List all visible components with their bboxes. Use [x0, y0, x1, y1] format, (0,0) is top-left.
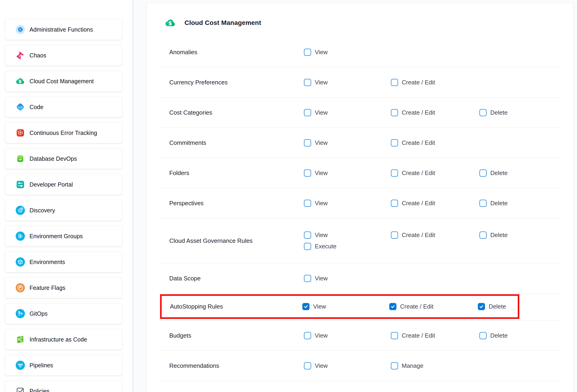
- permission-delete[interactable]: Delete: [478, 303, 518, 310]
- permissions-card: $ Cloud Cost Management AnomaliesViewCur…: [147, 3, 573, 392]
- permission-create-edit[interactable]: Create / Edit: [391, 200, 479, 207]
- permission-label: Create / Edit: [402, 170, 435, 177]
- permission-create-edit[interactable]: Create / Edit: [391, 332, 479, 339]
- permission-create-edit[interactable]: Create / Edit: [389, 303, 478, 310]
- permission-line: ViewCreate / EditDelete: [304, 170, 560, 177]
- sidebar-item-infrastructure-as-code[interactable]: Infrastructure as Code: [5, 329, 122, 350]
- permission-label: Create / Edit: [402, 139, 435, 146]
- checkbox-delete-unchecked[interactable]: [479, 200, 487, 207]
- sidebar-item-environments[interactable]: Environments: [5, 251, 122, 272]
- checkbox-delete-unchecked[interactable]: [479, 232, 487, 239]
- checkbox-execute-unchecked[interactable]: [304, 243, 311, 250]
- permission-row-recommendations: RecommendationsViewManage: [160, 351, 560, 381]
- permission-view[interactable]: View: [304, 232, 391, 239]
- env-groups-icon: [16, 232, 25, 241]
- sidebar-item-continuous-error-tracking[interactable]: Continuous Error Tracking: [5, 122, 122, 143]
- permission-line: ViewCreate / EditDelete: [304, 332, 560, 339]
- permission-create-edit[interactable]: Create / Edit: [391, 79, 479, 86]
- checkbox-view-unchecked[interactable]: [304, 275, 311, 282]
- chaos-icon: [16, 51, 25, 60]
- permission-row-budgets: BudgetsViewCreate / EditDelete: [160, 321, 560, 351]
- checkbox-view-unchecked[interactable]: [304, 332, 311, 339]
- permission-create-edit[interactable]: Create / Edit: [391, 139, 479, 146]
- main-pane: $ Cloud Cost Management AnomaliesViewCur…: [133, 0, 577, 392]
- sidebar-item-policies[interactable]: Policies: [5, 381, 122, 392]
- sidebar-item-chaos[interactable]: Chaos: [5, 45, 122, 66]
- portal-icon: [16, 180, 25, 189]
- permission-view[interactable]: View: [304, 200, 391, 207]
- permission-delete[interactable]: Delete: [479, 170, 560, 177]
- checkbox-create-edit-unchecked[interactable]: [391, 332, 398, 339]
- permission-view[interactable]: View: [304, 79, 391, 86]
- permission-label: Delete: [490, 170, 507, 177]
- permission-label: View: [315, 49, 328, 56]
- permission-view[interactable]: View: [304, 109, 391, 116]
- checkbox-delete-unchecked[interactable]: [479, 332, 487, 339]
- checkbox-manage-unchecked[interactable]: [391, 362, 398, 369]
- sidebar-item-administrative-functions[interactable]: Administrative Functions: [5, 19, 122, 40]
- permission-label: View: [315, 332, 328, 339]
- permission-view[interactable]: View: [302, 303, 389, 310]
- sidebar-item-discovery[interactable]: Discovery: [5, 200, 122, 221]
- permission-manage[interactable]: Manage: [391, 362, 479, 369]
- sidebar-item-cloud-cost-management[interactable]: $Cloud Cost Management: [5, 71, 122, 92]
- checkbox-view-unchecked[interactable]: [304, 109, 311, 116]
- checkbox-create-edit-unchecked[interactable]: [391, 232, 398, 239]
- permission-view[interactable]: View: [304, 332, 391, 339]
- checkbox-delete-unchecked[interactable]: [479, 109, 487, 116]
- permission-options: View: [304, 263, 560, 293]
- permission-execute[interactable]: Execute: [304, 243, 391, 250]
- checkbox-create-edit-unchecked[interactable]: [391, 109, 398, 116]
- permission-options: ViewCreate / Edit: [304, 67, 560, 97]
- permission-delete[interactable]: Delete: [479, 232, 560, 239]
- permission-row-cost-categories: Cost CategoriesViewCreate / EditDelete: [160, 98, 560, 128]
- permission-view[interactable]: View: [304, 49, 391, 56]
- svg-text:$: $: [18, 79, 21, 84]
- permission-line: ViewCreate / EditDelete: [304, 109, 560, 116]
- checkbox-view-unchecked[interactable]: [304, 79, 311, 86]
- permission-delete[interactable]: Delete: [479, 109, 560, 116]
- sidebar-item-environment-groups[interactable]: Environment Groups: [5, 226, 122, 247]
- policies-icon: [16, 387, 25, 392]
- checkbox-create-edit-unchecked[interactable]: [391, 79, 398, 86]
- sidebar-item-code[interactable]: </>Code: [5, 97, 122, 117]
- sidebar-item-label: Policies: [30, 388, 50, 392]
- permission-view[interactable]: View: [304, 275, 391, 282]
- permission-view[interactable]: View: [304, 139, 391, 146]
- checkbox-view-unchecked[interactable]: [304, 362, 311, 369]
- checkbox-view-unchecked[interactable]: [304, 170, 311, 177]
- checkbox-create-edit-unchecked[interactable]: [391, 139, 398, 146]
- sidebar-item-gitops[interactable]: GitOps: [5, 303, 122, 324]
- permission-row-perspectives: PerspectivesViewCreate / EditDelete: [160, 188, 560, 218]
- checkbox-view-unchecked[interactable]: [304, 232, 311, 239]
- resource-label: AutoStopping Rules: [162, 296, 302, 317]
- permission-create-edit[interactable]: Create / Edit: [391, 232, 479, 239]
- sidebar-item-database-devops[interactable]: ∞Database DevOps: [5, 148, 122, 169]
- checkbox-create-edit-unchecked[interactable]: [391, 170, 398, 177]
- permission-view[interactable]: View: [304, 362, 391, 369]
- checkbox-create-edit-unchecked[interactable]: [391, 200, 398, 207]
- checkbox-view-unchecked[interactable]: [304, 139, 311, 146]
- checkbox-view-unchecked[interactable]: [304, 200, 311, 207]
- checkbox-delete-checked[interactable]: [478, 303, 485, 310]
- permission-label: View: [315, 362, 328, 369]
- checkbox-view-checked[interactable]: [302, 303, 310, 310]
- checkbox-create-edit-checked[interactable]: [389, 303, 397, 310]
- discovery-icon: [16, 206, 25, 215]
- sidebar-item-developer-portal[interactable]: Developer Portal: [5, 174, 122, 195]
- sidebar-item-pipelines[interactable]: Pipelines: [5, 355, 122, 376]
- cloud-dollar-icon: $: [16, 76, 25, 86]
- sidebar-item-feature-flags[interactable]: Feature Flags: [5, 277, 122, 298]
- permission-create-edit[interactable]: Create / Edit: [391, 109, 479, 116]
- permission-options: ViewCreate / EditDelete: [304, 321, 560, 351]
- checkbox-delete-unchecked[interactable]: [479, 170, 487, 177]
- permission-delete[interactable]: Delete: [479, 200, 560, 207]
- checkbox-view-unchecked[interactable]: [304, 49, 311, 56]
- permission-delete[interactable]: Delete: [479, 332, 560, 339]
- permission-line: ViewCreate / EditDelete: [304, 232, 560, 239]
- permission-view[interactable]: View: [304, 170, 391, 177]
- permission-create-edit[interactable]: Create / Edit: [391, 170, 479, 177]
- sidebar-item-label: Cloud Cost Management: [30, 78, 94, 85]
- iac-icon: [16, 335, 25, 344]
- permission-row-autostopping-rules: AutoStopping RulesViewCreate / EditDelet…: [160, 294, 519, 319]
